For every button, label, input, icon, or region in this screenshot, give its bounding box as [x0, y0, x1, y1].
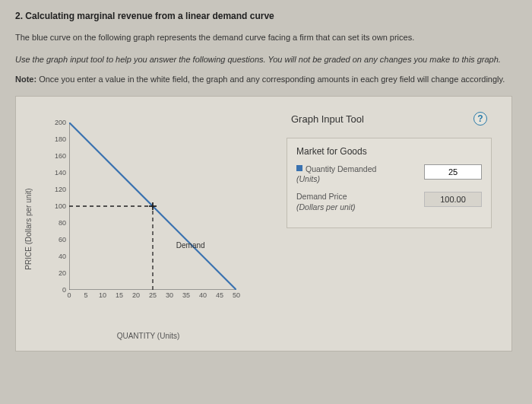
question-title: 2. Calculating marginal revenue from a l… [15, 11, 517, 21]
graph-input-tool: Graph Input Tool ? Market for Goods Quan… [287, 112, 492, 228]
note-prefix: Note: [15, 75, 39, 84]
price-row: Demand Price (Dollars per unit) [296, 192, 482, 212]
question-instruction: Use the graph input tool to help you ans… [15, 54, 517, 65]
tool-title: Market for Goods [296, 146, 482, 157]
x-axis-label: QUANTITY (Units) [117, 332, 180, 340]
x-ticks: 05101520253035404550 [69, 291, 236, 304]
plot-area[interactable]: Demand [69, 122, 236, 290]
demand-swatch-icon [296, 165, 302, 171]
demand-chart[interactable]: PRICE (Dollars per unit) 020406080100120… [34, 122, 262, 336]
demand-label: Demand [176, 241, 205, 250]
y-axis-label: PRICE (Dollars per unit) [24, 189, 33, 270]
qty-label-text: Quantity Demanded [306, 164, 376, 173]
price-output [424, 192, 482, 207]
price-label-text: Demand Price [296, 192, 347, 201]
price-sublabel: (Dollars per unit) [296, 202, 356, 212]
qty-row: Quantity Demanded (Units) [296, 164, 482, 184]
plot-svg[interactable]: Demand [69, 122, 236, 290]
y-ticks: 020406080100120140160180200 [45, 122, 68, 290]
help-icon[interactable]: ? [473, 112, 487, 126]
note-body: Once you enter a value in the white fiel… [39, 75, 505, 84]
price-label: Demand Price (Dollars per unit) [296, 192, 356, 212]
question-note: Note: Once you enter a value in the whit… [15, 74, 517, 85]
qty-sublabel: (Units) [296, 174, 376, 184]
graph-panel: PRICE (Dollars per unit) 020406080100120… [15, 96, 512, 352]
tool-box: Market for Goods Quantity Demanded (Unit… [287, 138, 492, 228]
question-intro: The blue curve on the following graph re… [15, 32, 517, 43]
quantity-input[interactable] [424, 164, 482, 180]
qty-label: Quantity Demanded (Units) [296, 164, 376, 184]
tool-header: Graph Input Tool [291, 113, 364, 125]
